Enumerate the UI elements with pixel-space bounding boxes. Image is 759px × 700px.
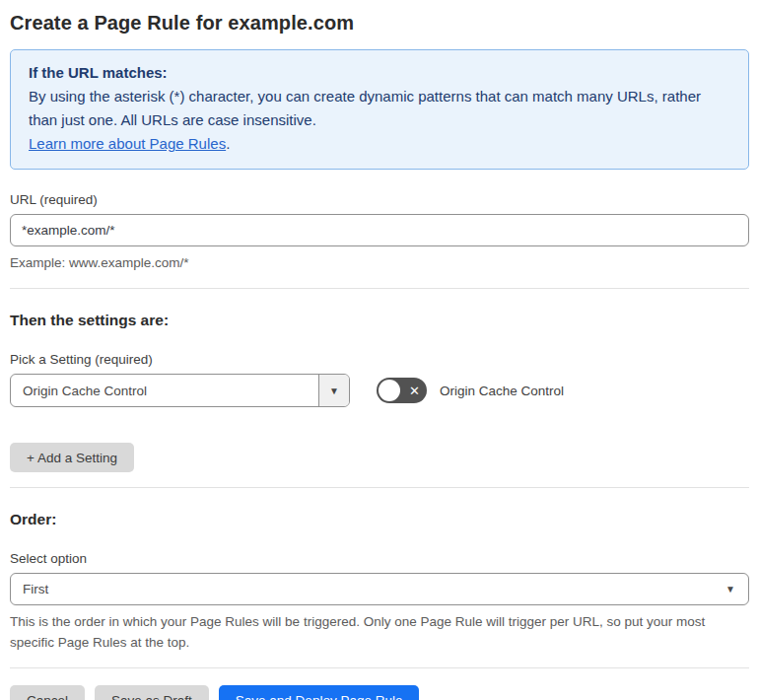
info-box-heading: If the URL matches: [29, 61, 730, 85]
toggle-off-x-icon: ✕ [409, 378, 420, 403]
add-setting-button[interactable]: + Add a Setting [10, 443, 134, 472]
url-match-info-box: If the URL matches: By using the asteris… [10, 49, 749, 170]
divider [10, 487, 749, 488]
url-input[interactable] [10, 214, 749, 246]
divider [10, 667, 749, 668]
chevron-down-icon[interactable]: ▼ [318, 375, 349, 406]
info-box-link-row: Learn more about Page Rules. [29, 132, 730, 156]
origin-cache-control-toggle[interactable]: ✕ [377, 378, 427, 403]
cancel-button[interactable]: Cancel [10, 685, 85, 700]
setting-row: Origin Cache Control ▼ ✕ Origin Cache Co… [10, 374, 749, 407]
info-box-body: By using the asterisk (*) character, you… [29, 85, 730, 132]
footer-actions: Cancel Save as Draft Save and Deploy Pag… [10, 685, 749, 700]
setting-select-value: Origin Cache Control [11, 384, 318, 398]
learn-more-link[interactable]: Learn more about Page Rules [29, 135, 226, 152]
settings-section-heading: Then the settings are: [10, 312, 749, 329]
link-suffix: . [226, 135, 230, 152]
divider [10, 288, 749, 289]
setting-select[interactable]: Origin Cache Control ▼ [10, 374, 350, 407]
url-example-text: Example: www.example.com/* [10, 253, 749, 273]
url-field-label: URL (required) [10, 192, 749, 207]
pick-setting-label: Pick a Setting (required) [10, 352, 749, 367]
page-rule-form: Create a Page Rule for example.com If th… [0, 0, 759, 700]
chevron-down-icon: ▼ [725, 584, 748, 595]
toggle-knob [379, 380, 400, 401]
toggle-label: Origin Cache Control [440, 384, 564, 398]
save-and-deploy-button[interactable]: Save and Deploy Page Rule [219, 685, 420, 700]
page-title: Create a Page Rule for example.com [10, 12, 749, 35]
order-select-label: Select option [10, 551, 749, 566]
order-select[interactable]: First ▼ [10, 573, 749, 605]
chevron-down-glyph: ▼ [329, 385, 339, 396]
order-help-text: This is the order in which your Page Rul… [10, 611, 739, 653]
order-section-heading: Order: [10, 511, 749, 528]
save-as-draft-button[interactable]: Save as Draft [95, 685, 209, 700]
order-select-value: First [11, 582, 725, 596]
